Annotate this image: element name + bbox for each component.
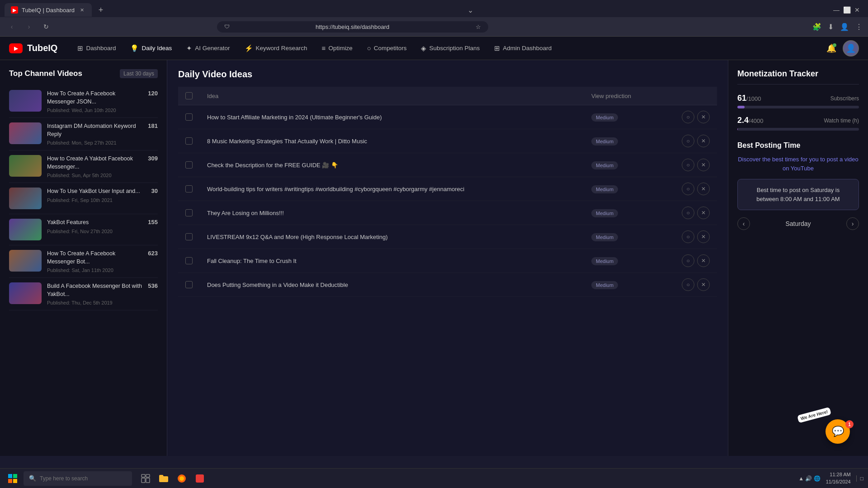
- list-item[interactable]: Build A Facebook Messenger Bot with YakB…: [9, 278, 158, 310]
- current-day: Saturday: [785, 220, 811, 227]
- settings-icon[interactable]: ⋮: [855, 23, 863, 31]
- notification-bell[interactable]: 🔔: [826, 43, 836, 53]
- row-checkbox[interactable]: [185, 233, 193, 240]
- browser-tab[interactable]: ▶ TubeIQ | Dashboard ✕: [5, 3, 92, 17]
- list-item[interactable]: Instagram DM Automation Keyword Reply Pu…: [9, 118, 158, 150]
- like-button[interactable]: ○: [682, 135, 694, 147]
- nav-competitors[interactable]: ○ Competitors: [361, 42, 413, 55]
- svg-rect-10: [196, 474, 204, 483]
- taskbar-apps: [137, 470, 208, 487]
- notification-dot: [833, 43, 836, 47]
- idea-text: Fall Cleanup: The Time to Crush It: [200, 249, 584, 273]
- avatar-icon: 👤: [846, 43, 856, 53]
- row-checkbox[interactable]: [185, 161, 193, 169]
- start-button[interactable]: [5, 470, 21, 487]
- chat-bubble-button[interactable]: 💬 1: [826, 419, 850, 444]
- nav-admin-dashboard[interactable]: ⊞ Admin Dashboard: [488, 42, 558, 55]
- dismiss-button[interactable]: ✕: [697, 159, 710, 171]
- dashboard-icon: ⊞: [77, 44, 83, 52]
- video-title: Build A Facebook Messenger Bot with YakB…: [47, 282, 142, 298]
- back-button[interactable]: ‹: [5, 20, 18, 33]
- dismiss-button[interactable]: ✕: [697, 183, 710, 195]
- tab-chevron-icon[interactable]: ⌄: [467, 6, 473, 14]
- show-desktop[interactable]: □: [856, 475, 863, 482]
- nav-admin-label: Admin Dashboard: [503, 45, 552, 52]
- nav-dashboard-label: Dashboard: [86, 45, 116, 52]
- url-bar[interactable]: 🛡 https://tubeiq.site/dashboard ☆: [217, 21, 488, 33]
- video-date: Published: Sat, Jan 11th 2020: [47, 267, 142, 273]
- like-button[interactable]: ○: [682, 206, 694, 219]
- row-checkbox[interactable]: [185, 185, 193, 192]
- nav-subscription-plans[interactable]: ◈ Subscription Plans: [415, 42, 486, 55]
- new-tab-button[interactable]: +: [94, 4, 107, 16]
- like-button[interactable]: ○: [682, 159, 694, 171]
- table-row: Check the Description for the FREE GUIDE…: [178, 153, 717, 177]
- action-buttons: ○ ✕: [682, 159, 710, 171]
- nav-optimize[interactable]: ≡ Optimize: [316, 42, 359, 55]
- next-day-button[interactable]: ›: [846, 217, 859, 230]
- like-button[interactable]: ○: [682, 111, 694, 123]
- nav-dashboard[interactable]: ⊞ Dashboard: [71, 42, 122, 55]
- dismiss-button[interactable]: ✕: [697, 254, 710, 267]
- tab-close-btn[interactable]: ✕: [78, 6, 85, 14]
- center-section-title: Daily Video Ideas: [178, 69, 717, 80]
- like-button[interactable]: ○: [682, 183, 694, 195]
- subscribers-max: /1000: [746, 95, 761, 102]
- medium-badge: Medium: [591, 209, 618, 217]
- dismiss-button[interactable]: ✕: [697, 111, 710, 123]
- video-date: Published: Wed, Jun 10th 2020: [47, 108, 142, 113]
- taskbar-search-input[interactable]: [40, 475, 127, 482]
- account-icon[interactable]: 👤: [840, 23, 849, 31]
- dismiss-button[interactable]: ✕: [697, 230, 710, 243]
- extensions-icon[interactable]: 🧩: [812, 23, 821, 31]
- maximize-icon[interactable]: ⬜: [843, 6, 851, 14]
- row-checkbox[interactable]: [185, 113, 193, 121]
- subscribers-metric-top: 61/1000 Subscribers: [737, 94, 859, 103]
- taskbar-app-file-explorer[interactable]: [156, 470, 172, 487]
- minimize-icon[interactable]: —: [833, 6, 840, 14]
- list-item[interactable]: YakBot Features Published: Fri, Nov 27th…: [9, 214, 158, 245]
- row-checkbox[interactable]: [185, 257, 193, 264]
- taskbar-app-taskview[interactable]: [137, 470, 154, 487]
- like-button[interactable]: ○: [682, 230, 694, 243]
- dismiss-button[interactable]: ✕: [697, 278, 710, 291]
- action-buttons: ○ ✕: [682, 230, 710, 243]
- video-views: 309: [148, 155, 158, 162]
- refresh-button[interactable]: ↻: [40, 20, 52, 33]
- prev-day-button[interactable]: ‹: [737, 217, 750, 230]
- sys-tray-icons: ▲ 🔊 🌐: [798, 475, 821, 482]
- nav-daily-ideas[interactable]: 💡 Daily Ideas: [124, 42, 178, 55]
- dismiss-button[interactable]: ✕: [697, 206, 710, 219]
- competitors-icon: ○: [367, 44, 371, 52]
- taskbar-app-other[interactable]: [192, 470, 208, 487]
- dismiss-button[interactable]: ✕: [697, 135, 710, 147]
- nav-ai-generator[interactable]: ✦ AI Generator: [180, 42, 236, 55]
- taskbar-search[interactable]: 🔍: [24, 471, 132, 486]
- close-icon[interactable]: ✕: [854, 6, 860, 14]
- list-item[interactable]: How To Create A Facebook Messenger JSON.…: [9, 85, 158, 118]
- list-item[interactable]: How To Create A Facebook Messenger Bot..…: [9, 245, 158, 278]
- table-row: LIVESTREAM 9x12 Q&A and More (High Respo…: [178, 225, 717, 249]
- nav-keyword-research[interactable]: ⚡ Keyword Research: [238, 42, 314, 55]
- like-button[interactable]: ○: [682, 278, 694, 291]
- row-checkbox[interactable]: [185, 281, 193, 288]
- video-date: Published: Fri, Sep 10th 2021: [47, 197, 146, 203]
- like-button[interactable]: ○: [682, 254, 694, 267]
- chat-badge: 1: [845, 420, 854, 428]
- chat-widget[interactable]: 💬 1 We Are Here!: [826, 419, 854, 464]
- select-all-checkbox[interactable]: [185, 92, 193, 99]
- list-item[interactable]: How To Use YakBot User Input and... Publ…: [9, 183, 158, 214]
- table-row: How to Start Affiliate Marketing in 2024…: [178, 105, 717, 129]
- address-bar: ‹ › ↻ 🛡 https://tubeiq.site/dashboard ☆ …: [0, 17, 868, 36]
- list-item[interactable]: How to Create A Yakbot Facebook Messenge…: [9, 150, 158, 183]
- taskbar-app-firefox[interactable]: [174, 470, 190, 487]
- forward-button[interactable]: ›: [23, 20, 35, 33]
- row-checkbox[interactable]: [185, 209, 193, 216]
- user-avatar[interactable]: 👤: [843, 40, 859, 56]
- top-videos-subtitle: Last 30 days: [120, 69, 158, 78]
- bookmark-icon[interactable]: ☆: [476, 23, 481, 30]
- svg-rect-0: [8, 474, 12, 478]
- svg-rect-7: [146, 478, 150, 483]
- download-icon[interactable]: ⬇: [828, 23, 834, 31]
- row-checkbox[interactable]: [185, 137, 193, 145]
